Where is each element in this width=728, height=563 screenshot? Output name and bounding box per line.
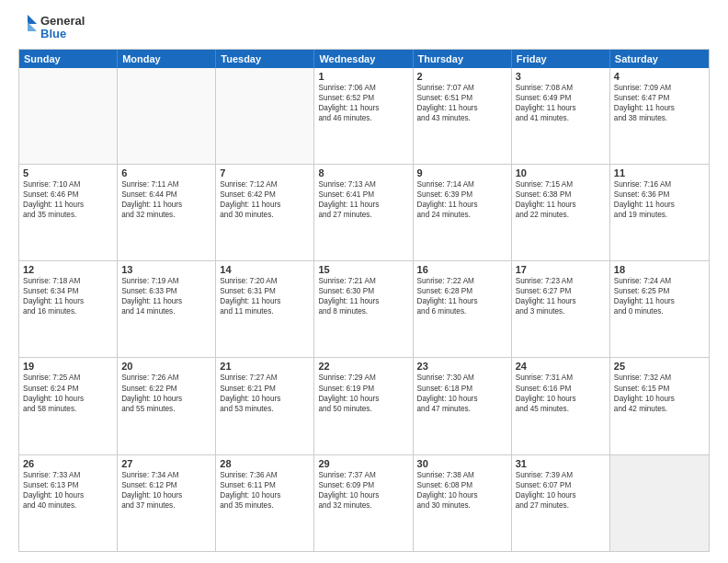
day-header-sunday: Sunday (19, 50, 118, 68)
cell-info: Sunrise: 7:33 AM Sunset: 6:13 PM Dayligh… (23, 470, 113, 511)
day-number: 18 (614, 264, 705, 275)
day-number: 13 (121, 264, 211, 275)
day-number: 30 (417, 458, 507, 469)
header: General Blue (18, 15, 710, 41)
day-number: 8 (318, 167, 408, 178)
cal-cell-r4-c4: 30Sunrise: 7:38 AM Sunset: 6:08 PM Dayli… (414, 455, 512, 551)
day-number: 26 (23, 458, 113, 469)
cell-info: Sunrise: 7:30 AM Sunset: 6:18 PM Dayligh… (417, 373, 507, 413)
cell-info: Sunrise: 7:19 AM Sunset: 6:33 PM Dayligh… (121, 276, 211, 316)
day-number: 6 (121, 167, 211, 178)
cell-info: Sunrise: 7:11 AM Sunset: 6:44 PM Dayligh… (121, 179, 211, 220)
calendar: SundayMondayTuesdayWednesdayThursdayFrid… (18, 49, 710, 552)
cell-info: Sunrise: 7:08 AM Sunset: 6:49 PM Dayligh… (516, 83, 606, 123)
cal-cell-r2-c5: 17Sunrise: 7:23 AM Sunset: 6:27 PM Dayli… (512, 261, 610, 357)
logo-bird-icon (18, 15, 37, 40)
cal-cell-r0-c0 (19, 68, 118, 164)
day-number: 29 (318, 458, 408, 469)
cal-cell-r2-c2: 14Sunrise: 7:20 AM Sunset: 6:31 PM Dayli… (216, 261, 314, 357)
cell-info: Sunrise: 7:06 AM Sunset: 6:52 PM Dayligh… (318, 83, 408, 123)
day-number: 21 (220, 361, 310, 372)
calendar-header: SundayMondayTuesdayWednesdayThursdayFrid… (19, 50, 709, 68)
day-number: 3 (516, 71, 606, 82)
day-number: 20 (121, 361, 211, 372)
day-number: 22 (318, 361, 408, 372)
cal-cell-r2-c6: 18Sunrise: 7:24 AM Sunset: 6:25 PM Dayli… (610, 261, 709, 357)
cell-info: Sunrise: 7:20 AM Sunset: 6:31 PM Dayligh… (220, 276, 310, 316)
day-number: 16 (417, 264, 507, 275)
svg-marker-0 (28, 15, 37, 24)
cell-info: Sunrise: 7:09 AM Sunset: 6:47 PM Dayligh… (614, 83, 705, 123)
cal-cell-r4-c1: 27Sunrise: 7:34 AM Sunset: 6:12 PM Dayli… (118, 455, 216, 551)
day-number: 23 (417, 361, 507, 372)
day-number: 19 (23, 361, 113, 372)
cal-cell-r3-c0: 19Sunrise: 7:25 AM Sunset: 6:24 PM Dayli… (19, 358, 118, 454)
cell-info: Sunrise: 7:21 AM Sunset: 6:30 PM Dayligh… (318, 276, 408, 316)
logo-text: General Blue (40, 15, 85, 41)
cal-cell-r3-c5: 24Sunrise: 7:31 AM Sunset: 6:16 PM Dayli… (512, 358, 610, 454)
cell-info: Sunrise: 7:16 AM Sunset: 6:36 PM Dayligh… (614, 179, 705, 220)
cal-cell-r4-c6 (610, 455, 709, 551)
day-number: 27 (121, 458, 211, 469)
cal-cell-r0-c2 (216, 68, 314, 164)
day-number: 2 (417, 71, 507, 82)
day-header-friday: Friday (512, 50, 610, 68)
day-number: 15 (318, 264, 408, 275)
page: General Blue SundayMondayTuesdayWednesda… (0, 0, 728, 563)
cell-info: Sunrise: 7:15 AM Sunset: 6:38 PM Dayligh… (516, 179, 606, 220)
day-number: 17 (516, 264, 606, 275)
day-header-monday: Monday (118, 50, 216, 68)
calendar-body: 1Sunrise: 7:06 AM Sunset: 6:52 PM Daylig… (19, 68, 709, 551)
logo-general: General (40, 15, 85, 28)
cell-info: Sunrise: 7:22 AM Sunset: 6:28 PM Dayligh… (417, 276, 507, 316)
day-number: 5 (23, 167, 113, 178)
cell-info: Sunrise: 7:13 AM Sunset: 6:41 PM Dayligh… (318, 179, 408, 220)
cal-cell-r1-c0: 5Sunrise: 7:10 AM Sunset: 6:46 PM Daylig… (19, 165, 118, 260)
cal-cell-r3-c1: 20Sunrise: 7:26 AM Sunset: 6:22 PM Dayli… (118, 358, 216, 454)
cal-cell-r3-c6: 25Sunrise: 7:32 AM Sunset: 6:15 PM Dayli… (610, 358, 709, 454)
cell-info: Sunrise: 7:32 AM Sunset: 6:15 PM Dayligh… (614, 373, 705, 413)
calendar-row-3: 19Sunrise: 7:25 AM Sunset: 6:24 PM Dayli… (19, 358, 709, 454)
cal-cell-r1-c1: 6Sunrise: 7:11 AM Sunset: 6:44 PM Daylig… (118, 165, 216, 260)
day-header-thursday: Thursday (414, 50, 512, 68)
cell-info: Sunrise: 7:24 AM Sunset: 6:25 PM Dayligh… (614, 276, 705, 316)
cal-cell-r3-c4: 23Sunrise: 7:30 AM Sunset: 6:18 PM Dayli… (414, 358, 512, 454)
cell-info: Sunrise: 7:14 AM Sunset: 6:39 PM Dayligh… (417, 179, 507, 220)
cal-cell-r4-c3: 29Sunrise: 7:37 AM Sunset: 6:09 PM Dayli… (314, 455, 413, 551)
day-number: 28 (220, 458, 310, 469)
cal-cell-r2-c3: 15Sunrise: 7:21 AM Sunset: 6:30 PM Dayli… (314, 261, 413, 357)
day-number: 1 (318, 71, 408, 82)
cal-cell-r2-c0: 12Sunrise: 7:18 AM Sunset: 6:34 PM Dayli… (19, 261, 118, 357)
cell-info: Sunrise: 7:23 AM Sunset: 6:27 PM Dayligh… (516, 276, 606, 316)
day-number: 9 (417, 167, 507, 178)
day-number: 12 (23, 264, 113, 275)
day-number: 24 (516, 361, 606, 372)
day-number: 14 (220, 264, 310, 275)
day-number: 4 (614, 71, 705, 82)
day-number: 31 (516, 458, 606, 469)
day-header-saturday: Saturday (610, 50, 709, 68)
cell-info: Sunrise: 7:34 AM Sunset: 6:12 PM Dayligh… (121, 470, 211, 511)
cell-info: Sunrise: 7:37 AM Sunset: 6:09 PM Dayligh… (318, 470, 408, 511)
cal-cell-r1-c5: 10Sunrise: 7:15 AM Sunset: 6:38 PM Dayli… (512, 165, 610, 260)
day-number: 25 (614, 361, 705, 372)
cell-info: Sunrise: 7:25 AM Sunset: 6:24 PM Dayligh… (23, 373, 113, 413)
cal-cell-r2-c1: 13Sunrise: 7:19 AM Sunset: 6:33 PM Dayli… (118, 261, 216, 357)
cell-info: Sunrise: 7:10 AM Sunset: 6:46 PM Dayligh… (23, 179, 113, 220)
cal-cell-r0-c5: 3Sunrise: 7:08 AM Sunset: 6:49 PM Daylig… (512, 68, 610, 164)
cell-info: Sunrise: 7:38 AM Sunset: 6:08 PM Dayligh… (417, 470, 507, 511)
cell-info: Sunrise: 7:36 AM Sunset: 6:11 PM Dayligh… (220, 470, 310, 511)
cell-info: Sunrise: 7:26 AM Sunset: 6:22 PM Dayligh… (121, 373, 211, 413)
logo-blue: Blue (40, 28, 85, 40)
day-number: 11 (614, 167, 705, 178)
day-header-wednesday: Wednesday (314, 50, 413, 68)
cal-cell-r1-c4: 9Sunrise: 7:14 AM Sunset: 6:39 PM Daylig… (414, 165, 512, 260)
cell-info: Sunrise: 7:12 AM Sunset: 6:42 PM Dayligh… (220, 179, 310, 220)
calendar-row-4: 26Sunrise: 7:33 AM Sunset: 6:13 PM Dayli… (19, 455, 709, 551)
cal-cell-r3-c3: 22Sunrise: 7:29 AM Sunset: 6:19 PM Dayli… (314, 358, 413, 454)
cell-info: Sunrise: 7:29 AM Sunset: 6:19 PM Dayligh… (318, 373, 408, 413)
cal-cell-r2-c4: 16Sunrise: 7:22 AM Sunset: 6:28 PM Dayli… (414, 261, 512, 357)
cell-info: Sunrise: 7:27 AM Sunset: 6:21 PM Dayligh… (220, 373, 310, 413)
cell-info: Sunrise: 7:07 AM Sunset: 6:51 PM Dayligh… (417, 83, 507, 123)
cal-cell-r1-c3: 8Sunrise: 7:13 AM Sunset: 6:41 PM Daylig… (314, 165, 413, 260)
